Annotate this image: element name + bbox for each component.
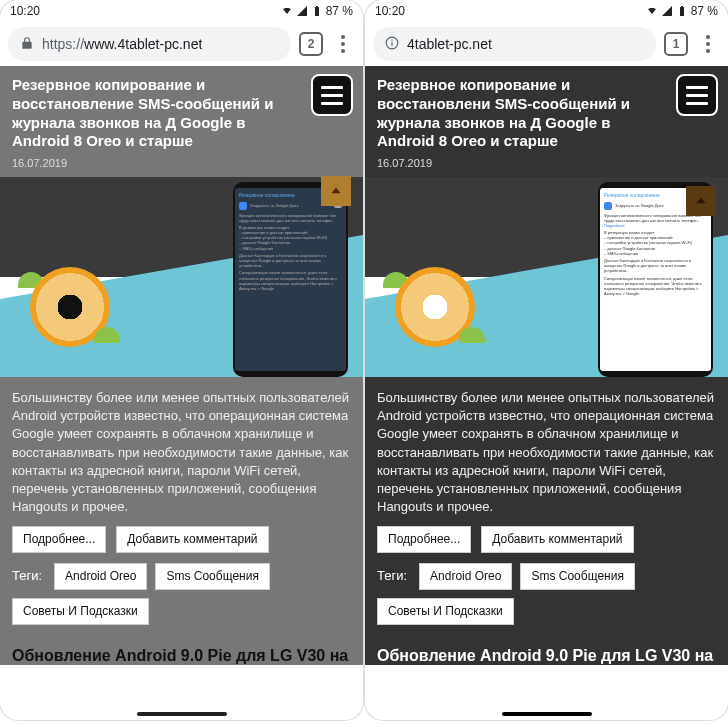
url-text: https://www.4tablet-pc.net (42, 36, 202, 52)
scroll-top-button[interactable] (321, 176, 351, 206)
add-comment-button[interactable]: Добавить комментарий (116, 526, 268, 553)
tag-link[interactable]: Sms Сообщения (520, 563, 634, 590)
battery-icon (311, 5, 323, 17)
article-title[interactable]: Резервное копирование и восстановление S… (12, 76, 351, 151)
article-date: 16.07.2019 (377, 157, 716, 169)
tab-switcher[interactable]: 1 (664, 32, 688, 56)
tags-row: Теги: Android Oreo Sms Сообщения Советы … (12, 563, 351, 625)
status-bar: 10:20 87 % (365, 0, 728, 22)
article-text: Большинству более или менее опытных поль… (12, 389, 351, 516)
tag-link[interactable]: Советы И Подсказки (377, 598, 514, 625)
tags-label: Теги: (12, 567, 46, 585)
svg-rect-0 (315, 7, 319, 16)
address-bar[interactable]: https://www.4tablet-pc.net (8, 27, 291, 61)
status-right: 87 % (646, 4, 718, 18)
svg-rect-1 (316, 6, 318, 8)
tags-label: Теги: (377, 567, 411, 585)
article-header: Резервное копирование и восстановлени SM… (365, 66, 728, 177)
tags-row: Теги: Android Oreo Sms Сообщения Советы … (377, 563, 716, 625)
url-text: 4tablet-pc.net (407, 36, 492, 52)
home-indicator[interactable] (502, 712, 592, 716)
next-article-title[interactable]: Обновление Android 9.0 Pie для LG V30 на (0, 637, 363, 665)
page-content[interactable]: Резервное копирование и восстановлени SM… (365, 66, 728, 720)
scroll-top-button[interactable] (686, 186, 716, 216)
read-more-button[interactable]: Подробнее... (377, 526, 471, 553)
tag-link[interactable]: Sms Сообщения (155, 563, 269, 590)
lock-icon (20, 36, 34, 53)
read-more-button[interactable]: Подробнее... (12, 526, 106, 553)
omnibar: https://www.4tablet-pc.net 2 (0, 22, 363, 66)
wifi-icon (646, 5, 658, 17)
article-body: Большинству более или менее опытных поль… (0, 377, 363, 637)
wifi-icon (281, 5, 293, 17)
menu-button[interactable] (696, 35, 720, 53)
next-article-title[interactable]: Обновление Android 9.0 Pie для LG V30 на (365, 637, 728, 665)
status-right: 87 % (281, 4, 353, 18)
signal-icon (661, 5, 673, 17)
hero-image: Резервное копирование Загружать на Googl… (365, 177, 728, 377)
article-body: Большинству более или менее опытных поль… (365, 377, 728, 637)
page-content[interactable]: Резервное копирование и восстановление S… (0, 66, 363, 720)
status-time: 10:20 (10, 4, 281, 18)
phone-right: 10:20 87 % 4tablet-pc.net 1 Резервное ко… (365, 0, 728, 720)
site-menu-button[interactable] (676, 74, 718, 116)
svg-rect-2 (680, 7, 684, 16)
status-time: 10:20 (375, 4, 646, 18)
article-text: Большинству более или менее опытных поль… (377, 389, 716, 516)
article-title[interactable]: Резервное копирование и восстановлени SM… (377, 76, 716, 151)
status-bar: 10:20 87 % (0, 0, 363, 22)
hero-image: Резервное копирование Загружать на Googl… (0, 177, 363, 377)
site-menu-button[interactable] (311, 74, 353, 116)
omnibar: 4tablet-pc.net 1 (365, 22, 728, 66)
svg-rect-3 (681, 6, 683, 8)
article-header: Резервное копирование и восстановление S… (0, 66, 363, 177)
info-icon (385, 36, 399, 53)
battery-icon (676, 5, 688, 17)
add-comment-button[interactable]: Добавить комментарий (481, 526, 633, 553)
menu-button[interactable] (331, 35, 355, 53)
signal-icon (296, 5, 308, 17)
home-indicator[interactable] (137, 712, 227, 716)
tab-switcher[interactable]: 2 (299, 32, 323, 56)
svg-point-6 (391, 39, 393, 41)
phone-left: 10:20 87 % https://www.4tablet-pc.net 2 … (0, 0, 363, 720)
battery-pct: 87 % (326, 4, 353, 18)
tag-link[interactable]: Android Oreo (419, 563, 512, 590)
svg-rect-5 (391, 41, 392, 45)
battery-pct: 87 % (691, 4, 718, 18)
article-date: 16.07.2019 (12, 157, 351, 169)
hero-phone-mockup: Резервное копирование Загружать на Googl… (233, 182, 348, 377)
tag-link[interactable]: Android Oreo (54, 563, 147, 590)
address-bar[interactable]: 4tablet-pc.net (373, 27, 656, 61)
tag-link[interactable]: Советы И Подсказки (12, 598, 149, 625)
